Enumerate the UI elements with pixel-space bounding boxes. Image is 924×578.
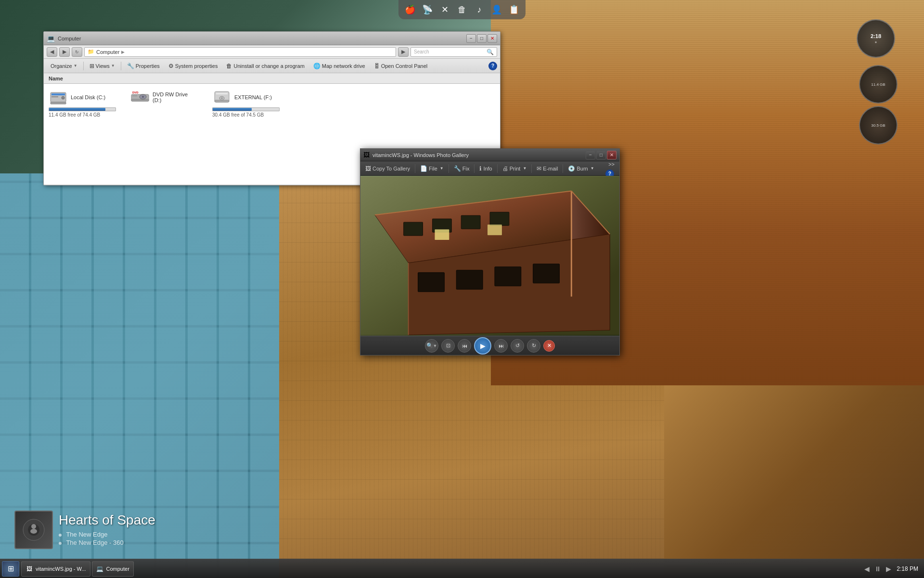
- zoom-button[interactable]: 🔍 ▼: [425, 339, 438, 353]
- breadcrumb[interactable]: 📁 Computer ▶: [84, 47, 396, 57]
- prev-button[interactable]: ⏮: [458, 339, 471, 353]
- drive-item-f[interactable]: EXTERNAL (F:) 30.4 GB free of 74.5 GB: [212, 89, 280, 118]
- email-button[interactable]: ✉ E-mail: [534, 163, 561, 174]
- local-disk-info: 11.4 GB free of 74.4 GB: [49, 112, 116, 118]
- more-button[interactable]: >>: [605, 159, 617, 170]
- wifi-icon[interactable]: 📡: [420, 2, 435, 17]
- info-button[interactable]: ℹ Info: [476, 163, 495, 174]
- svg-rect-4: [51, 96, 58, 97]
- fit-icon: ⊡: [446, 342, 450, 349]
- drive-item-c[interactable]: Local Disk (C:) 11.4 GB free of 74.4 GB: [49, 89, 116, 118]
- taskbar-computer-label: Computer: [106, 566, 129, 572]
- toolbar-sep-2: [121, 62, 121, 70]
- map-network-button[interactable]: 🌐 Map network drive: [309, 61, 369, 71]
- delete-button[interactable]: ✕: [543, 340, 555, 352]
- rotate-fit-button[interactable]: ⊡: [441, 339, 455, 353]
- trash-icon[interactable]: 🗑: [454, 2, 470, 17]
- copy-to-gallery-button[interactable]: 🖼 Copy To Gallery: [362, 163, 413, 174]
- photo-maximize-button[interactable]: □: [596, 151, 606, 159]
- photo-titlebar: 🖼 vitamincWS.jpg - Windows Photo Gallery…: [360, 149, 619, 161]
- computer-window-title: Computer: [58, 36, 81, 41]
- system-properties-button[interactable]: ⚙ System properties: [165, 61, 222, 71]
- refresh-button[interactable]: ↻: [72, 47, 82, 57]
- photo-window-controls: − □ ✕: [586, 151, 616, 159]
- svg-rect-27: [456, 270, 483, 289]
- column-header: Name: [44, 73, 500, 84]
- organize-button[interactable]: Organize ▼: [47, 61, 81, 71]
- svg-rect-7: [131, 99, 149, 101]
- clipboard-icon[interactable]: 📋: [506, 2, 522, 17]
- photo-toolbar: 🖼 Copy To Gallery 📄 File ▼ 🔧 Fix ℹ Info …: [360, 161, 619, 176]
- people-icon[interactable]: 👤: [489, 2, 504, 17]
- taskbar-next-button[interactable]: ▶: [885, 565, 893, 573]
- print-button[interactable]: 🖨 Print ▼: [500, 163, 530, 174]
- breadcrumb-text: Computer: [96, 49, 119, 55]
- file-button[interactable]: 📄 File ▼: [417, 163, 447, 174]
- svg-text:DVD: DVD: [132, 91, 139, 94]
- start-icon: ⊞: [8, 564, 14, 573]
- taskbar-item-computer[interactable]: 💻 Computer: [92, 561, 134, 577]
- burn-button[interactable]: 💿 Burn ▼: [565, 163, 597, 174]
- svg-rect-24: [435, 229, 449, 240]
- forward-button[interactable]: ▶: [59, 47, 70, 57]
- open-control-panel-button[interactable]: 🎛 Open Control Panel: [370, 61, 432, 71]
- play-button[interactable]: ▶: [474, 337, 491, 355]
- svg-rect-28: [495, 267, 521, 286]
- address-refresh-button[interactable]: ▶: [398, 47, 409, 57]
- music-line1: The New Edge: [59, 531, 155, 538]
- dvd-drive-icon: DVD: [130, 89, 150, 105]
- uninstall-button[interactable]: 🗑 Uninstall or change a program: [222, 61, 308, 71]
- fix-button[interactable]: 🔧 Fix: [451, 163, 473, 174]
- copy-gallery-label: Copy To Gallery: [372, 166, 410, 171]
- computer-window-icon: 💻: [47, 35, 55, 42]
- rotate-ccw-button[interactable]: ↺: [511, 339, 524, 353]
- toolbar-sep-1: [83, 62, 84, 70]
- map-network-icon: 🌐: [313, 63, 321, 69]
- rotate-cw-button[interactable]: ↻: [527, 339, 540, 353]
- photo-close-button[interactable]: ✕: [607, 151, 616, 159]
- music-player: Hearts of Space The New Edge The New Edg…: [14, 511, 155, 549]
- map-network-label: Map network drive: [322, 63, 365, 69]
- maximize-button[interactable]: □: [477, 34, 487, 43]
- photo-window-title: vitamincWS.jpg - Windows Photo Gallery: [372, 152, 469, 158]
- photo-content: [360, 176, 619, 336]
- start-button[interactable]: ⊞: [2, 561, 19, 577]
- external-drive-bar-container: [212, 107, 280, 111]
- music-info: Hearts of Space The New Edge The New Edg…: [59, 512, 155, 547]
- drive-item-d[interactable]: DVD DVD RW Drive (D:): [130, 89, 198, 107]
- print-label: Print: [510, 166, 521, 171]
- help-button[interactable]: ?: [488, 62, 497, 70]
- svg-rect-6: [132, 95, 137, 96]
- views-button[interactable]: ⊞ Views ▼: [86, 61, 119, 71]
- file-label: File: [429, 166, 437, 171]
- taskbar-photo-label: vitamincWS.jpg - W...: [36, 566, 86, 572]
- print-icon: 🖨: [502, 165, 508, 172]
- taskbar-item-photo[interactable]: 🖼 vitamincWS.jpg - W...: [21, 561, 90, 577]
- close-button[interactable]: ✕: [488, 34, 497, 43]
- taskbar-play-pause-button[interactable]: ⏸: [873, 565, 883, 573]
- svg-point-37: [31, 524, 36, 529]
- apple-icon[interactable]: 🍎: [402, 2, 418, 17]
- close-icon[interactable]: ✕: [437, 2, 452, 17]
- minimize-button[interactable]: −: [466, 34, 476, 43]
- local-disk-label: Local Disk (C:): [71, 94, 105, 100]
- search-box[interactable]: Search 🔍: [411, 47, 497, 57]
- svg-point-9: [142, 96, 144, 98]
- properties-button[interactable]: 🔧 Properties: [123, 61, 164, 71]
- play-icon: ▶: [480, 342, 486, 350]
- next-icon: ⏭: [499, 343, 504, 349]
- open-control-label: Open Control Panel: [381, 63, 428, 69]
- next-button[interactable]: ⏭: [494, 339, 508, 353]
- back-button[interactable]: ◀: [47, 47, 57, 57]
- building-svg: [360, 176, 619, 336]
- taskbar-computer-icon: 💻: [96, 565, 104, 573]
- music-note-icon[interactable]: ♪: [472, 2, 487, 17]
- properties-label: Properties: [136, 63, 160, 69]
- photo-minimize-button[interactable]: −: [586, 151, 595, 159]
- email-icon: ✉: [537, 165, 541, 172]
- clock-time: 2:18 PM: [897, 565, 918, 572]
- properties-icon: 🔧: [127, 63, 134, 69]
- zoom-arrow: ▼: [433, 343, 437, 348]
- clock-display: 2:18: [871, 33, 881, 39]
- taskbar-prev-button[interactable]: ◀: [863, 565, 871, 573]
